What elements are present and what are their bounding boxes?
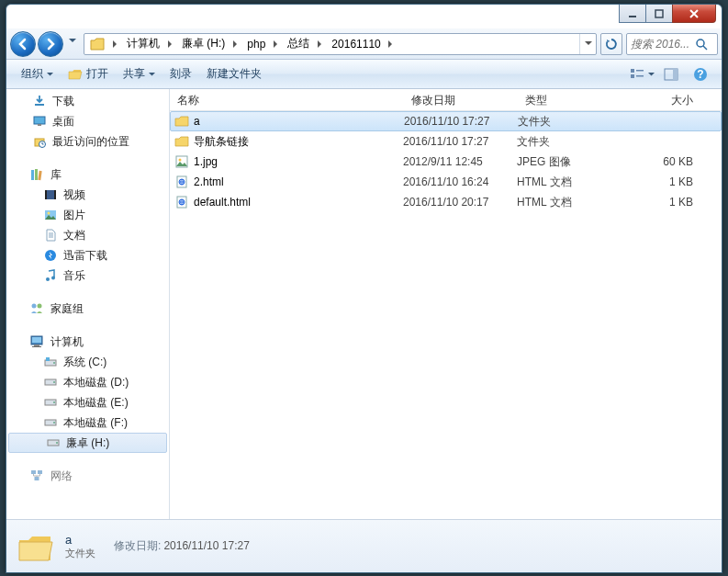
svg-rect-34 [46,357,50,361]
sidebar-item-label: 音乐 [63,268,85,284]
sidebar-item-videos[interactable]: 视频 [6,185,169,205]
column-size[interactable]: 大小 [632,89,701,110]
help-button[interactable]: ? [687,64,714,85]
sidebar-drive-e[interactable]: 本地磁盘 (E:) [6,392,169,412]
sidebar-group-libraries[interactable]: 库 [6,164,169,185]
refresh-button[interactable] [600,33,622,55]
recent-icon [32,134,47,149]
sidebar-item-downloads[interactable]: 下载 [6,91,169,111]
breadcrumb-arrow[interactable] [313,34,326,54]
address-dropdown[interactable] [579,34,596,54]
new-folder-label: 新建文件夹 [207,66,262,82]
sidebar-item-label: 桌面 [52,114,74,130]
sidebar-item-label: 视频 [63,187,85,203]
minimize-button[interactable] [619,5,646,23]
explorer-window: 计算机 廉卓 (H:) php 总结 20161110 组织 [6,4,722,573]
sidebar-item-pictures[interactable]: 图片 [6,205,169,225]
sidebar-item-desktop[interactable]: 桌面 [6,111,169,131]
breadcrumb-arrow[interactable] [163,34,176,54]
image-icon [174,154,190,169]
close-button[interactable] [672,5,716,23]
sidebar-item-recent[interactable]: 最近访问的位置 [6,131,169,152]
address-bar[interactable]: 计算机 廉卓 (H:) php 总结 20161110 [84,33,597,55]
svg-rect-45 [38,470,42,474]
sidebar-item-label: 迅雷下载 [63,248,107,264]
file-row[interactable]: 2.html2016/11/10 16:24HTML 文档1 KB [170,172,722,192]
sidebar-item-documents[interactable]: 文档 [6,225,169,245]
details-pane: a 文件夹 修改日期: 2016/11/10 17:27 [6,519,722,572]
file-date: 2016/11/10 16:24 [403,175,517,188]
burn-button[interactable]: 刻录 [162,63,199,85]
breadcrumb-root-icon[interactable] [84,34,108,54]
sidebar-drive-c[interactable]: 系统 (C:) [6,352,169,372]
file-size: 60 KB [631,155,693,168]
details-mod-value: 2016/11/10 17:27 [163,539,249,552]
computer-icon [28,333,45,350]
sidebar-group-computer[interactable]: 计算机 [6,332,169,352]
share-menu[interactable]: 共享 [116,63,162,85]
file-name: 导航条链接 [194,134,403,150]
breadcrumb-segment[interactable]: php [241,34,269,54]
folder-open-icon [68,68,83,81]
breadcrumb-segment[interactable]: 总结 [282,34,313,54]
file-row[interactable]: default.html2016/11/10 20:17HTML 文档1 KB [170,192,722,212]
file-date: 2016/11/10 20:17 [403,196,517,209]
organize-menu[interactable]: 组织 [14,63,61,85]
sidebar-drive-h[interactable]: 廉卓 (H:) [8,433,167,453]
svg-point-27 [32,304,37,309]
sidebar-item-xunlei[interactable]: 迅雷下载 [6,245,169,265]
nav-history-dropdown[interactable] [65,31,80,51]
view-options-button[interactable] [628,64,655,85]
column-type[interactable]: 类型 [518,89,632,110]
breadcrumb-segment[interactable]: 20161110 [326,34,384,54]
preview-pane-button[interactable] [657,64,685,85]
file-list: 名称 修改日期 类型 大小 a2016/11/10 17:27文件夹导航条链接2… [170,89,722,519]
svg-rect-16 [31,170,34,180]
svg-rect-12 [34,117,45,124]
column-name[interactable]: 名称 [170,89,404,110]
folder-icon [174,134,190,149]
breadcrumb-arrow[interactable] [269,34,282,54]
back-button[interactable] [10,31,36,57]
svg-rect-46 [35,477,39,480]
sidebar-item-music[interactable]: 音乐 [6,265,169,286]
svg-rect-44 [31,470,36,474]
file-row[interactable]: 导航条链接2016/11/10 17:27文件夹 [170,131,722,152]
sidebar-item-label: 本地磁盘 (F:) [63,415,128,431]
file-type: 文件夹 [517,134,631,150]
sidebar-drive-f[interactable]: 本地磁盘 (F:) [6,412,169,433]
sidebar-item-label: 最近访问的位置 [52,134,129,150]
svg-rect-5 [636,70,644,72]
details-mod-label: 修改日期: [114,539,161,552]
sidebar-group-label: 网络 [50,469,73,484]
file-row[interactable]: a2016/11/10 17:27文件夹 [170,111,722,131]
breadcrumb-arrow[interactable] [108,34,121,54]
file-type: 文件夹 [518,114,632,130]
file-name: a [194,115,404,128]
sidebar-group-homegroup[interactable]: 家庭组 [6,299,169,319]
breadcrumb-arrow[interactable] [385,34,398,54]
breadcrumb-arrow[interactable] [229,34,241,54]
svg-text:?: ? [697,68,703,81]
search-input[interactable] [631,38,695,51]
file-type: JPEG 图像 [517,154,631,170]
new-folder-button[interactable]: 新建文件夹 [199,63,269,85]
svg-point-41 [53,422,55,424]
picture-icon [43,208,58,222]
file-row[interactable]: 1.jpg2012/9/11 12:45JPEG 图像60 KB [170,152,722,172]
nav-buttons [10,31,80,57]
open-button[interactable]: 打开 [61,63,116,85]
sidebar-drive-d[interactable]: 本地磁盘 (D:) [6,372,169,392]
svg-point-25 [46,277,50,281]
svg-rect-30 [32,337,41,343]
forward-button[interactable] [38,31,63,57]
svg-point-28 [38,304,42,309]
breadcrumb-segment[interactable]: 廉卓 (H:) [176,34,229,54]
maximize-button[interactable] [645,5,673,23]
sidebar-group-network[interactable]: 网络 [6,466,169,486]
sidebar-item-label: 下载 [52,94,74,109]
search-box[interactable] [626,33,718,55]
share-label: 共享 [123,66,145,82]
breadcrumb-segment[interactable]: 计算机 [121,34,163,54]
column-date[interactable]: 修改日期 [404,89,518,110]
